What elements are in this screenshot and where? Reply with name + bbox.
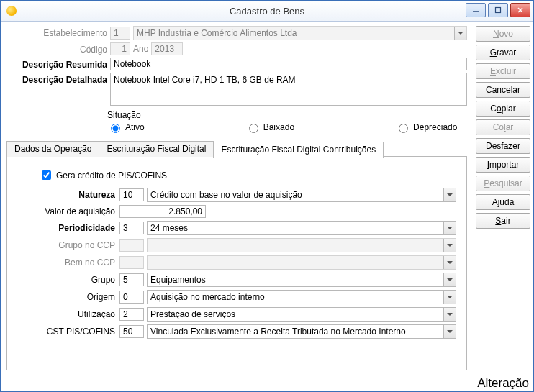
maximize-button[interactable] (488, 3, 508, 17)
radio-baixado-label: Baixado (263, 122, 294, 132)
tab-efd[interactable]: Escrituração Fiscal Digital (99, 141, 214, 157)
periodicidade-code[interactable] (119, 222, 144, 234)
situacao-group: Situação Ativo Baixado Depreciado (107, 110, 467, 133)
radio-ativo-input[interactable] (111, 124, 120, 133)
svg-rect-1 (496, 8, 501, 13)
bem-ccp-combo (147, 255, 456, 270)
gera-credito-label: Gera crédito de PIS/COFINS (56, 170, 167, 181)
novo-button: Novo (476, 26, 530, 42)
periodicidade-text: 24 meses (148, 222, 443, 234)
desc-detalhada-label: Descrição Detalhada (6, 73, 107, 85)
codigo-label: Código (6, 42, 107, 55)
chevron-down-icon (454, 27, 466, 40)
window-title: Cadastro de Bens (1, 6, 533, 17)
desc-detalhada-field[interactable] (110, 73, 467, 106)
radio-baixado[interactable]: Baixado (245, 122, 294, 133)
bem-ccp-text (148, 256, 443, 269)
bem-ccp-label: Bem no CCP (17, 257, 117, 268)
estabelecimento-code (110, 27, 130, 40)
origem-label: Origem (17, 292, 117, 302)
chevron-down-icon[interactable] (443, 291, 456, 304)
grupo-code[interactable] (119, 273, 144, 286)
grupo-text: Equipamentos (148, 273, 443, 286)
natureza-text: Crédito com base no valor de aquisição (148, 188, 443, 201)
tab-dados-operacao[interactable]: Dados da Operação (6, 141, 99, 157)
origem-code[interactable] (119, 291, 144, 304)
status-mode: Alteração (477, 376, 529, 391)
utilizacao-text: Prestação de serviços (148, 308, 443, 321)
copiar-button[interactable]: Copiar (476, 101, 530, 117)
ajuda-button[interactable]: Ajuda (476, 194, 530, 210)
valor-label: Valor de aquisição (17, 206, 117, 216)
codigo-field (110, 42, 130, 55)
window-body: Estabelecimento MHP Industria e Comércio… (1, 22, 533, 375)
action-sidebar: Novo Gravar Excluir Cancelar Copiar Cola… (473, 22, 533, 375)
radio-baixado-input[interactable] (249, 124, 258, 133)
chevron-down-icon[interactable] (443, 188, 456, 201)
radio-ativo-label: Ativo (125, 122, 145, 132)
tab-bar: Dados da Operação Escrituração Fiscal Di… (6, 141, 383, 157)
estabelecimento-name: MHP Industria e Comércio Alimentos Ltda (134, 27, 454, 40)
excluir-button: Excluir (476, 63, 530, 79)
utilizacao-label: Utilização (17, 309, 117, 319)
colar-button: Colar (476, 119, 530, 135)
desfazer-button[interactable]: Desfazer (476, 138, 530, 154)
main-panel: Estabelecimento MHP Industria e Comércio… (1, 22, 473, 375)
tab-container: Dados da Operação Escrituração Fiscal Di… (6, 156, 467, 370)
cancelar-button[interactable]: Cancelar (476, 82, 530, 98)
grupo-combo[interactable]: Equipamentos (147, 273, 456, 287)
utilizacao-code[interactable] (119, 308, 144, 321)
estabelecimento-label: Estabelecimento (6, 26, 107, 38)
cst-label: CST PIS/COFINS (17, 327, 117, 337)
natureza-combo[interactable]: Crédito com base no valor de aquisição (147, 188, 456, 202)
ano-field (151, 42, 183, 55)
pesquisar-button: Pesquisar (476, 176, 530, 191)
status-bar: Alteração (1, 375, 533, 391)
window-controls (466, 3, 530, 17)
desc-resumida-field[interactable] (110, 58, 467, 70)
radio-ativo[interactable]: Ativo (107, 122, 145, 133)
natureza-code[interactable] (119, 188, 144, 201)
close-button[interactable] (510, 3, 530, 17)
tab-panel-efdc: Gera crédito de PIS/COFINS Natureza Créd… (7, 157, 466, 370)
periodicidade-label: Periodicidade (17, 223, 117, 233)
gravar-button[interactable]: Gravar (476, 45, 530, 60)
radio-depreciado-label: Depreciado (413, 122, 457, 132)
sair-button[interactable]: Sair (476, 213, 530, 229)
radio-depreciado[interactable]: Depreciado (395, 122, 457, 133)
efdc-form: Natureza Crédito com base no valor de aq… (17, 188, 456, 339)
origem-combo[interactable]: Aquisição no mercado interno (147, 290, 456, 304)
window-frame: Cadastro de Bens Estabelecimento MHP (0, 0, 534, 392)
grupo-ccp-label: Grupo no CCP (17, 240, 117, 250)
estabelecimento-combo: MHP Industria e Comércio Alimentos Ltda (133, 26, 467, 40)
minimize-button[interactable] (466, 3, 486, 17)
grupo-ccp-combo (147, 238, 456, 252)
periodicidade-combo[interactable]: 24 meses (147, 221, 456, 235)
ano-label: Ano (133, 44, 148, 54)
cst-combo[interactable]: Vinculada Exclusivamente a Receita Tribu… (147, 324, 456, 339)
situacao-legend: Situação (107, 110, 141, 120)
valor-field[interactable] (119, 205, 206, 218)
header-form: Estabelecimento MHP Industria e Comércio… (6, 26, 467, 106)
utilizacao-combo[interactable]: Prestação de serviços (147, 307, 456, 322)
origem-text: Aquisição no mercado interno (148, 291, 443, 304)
chevron-down-icon (443, 239, 456, 252)
grupo-label: Grupo (17, 275, 117, 285)
titlebar: Cadastro de Bens (1, 1, 533, 22)
chevron-down-icon[interactable] (443, 308, 456, 321)
chevron-down-icon[interactable] (443, 273, 456, 286)
natureza-label: Natureza (17, 190, 117, 200)
radio-depreciado-input[interactable] (399, 124, 408, 133)
grupo-ccp-code (119, 239, 144, 252)
gera-credito-checkbox[interactable] (42, 170, 51, 180)
app-icon (6, 6, 17, 16)
bem-ccp-code (119, 256, 144, 269)
cst-code[interactable] (119, 325, 144, 338)
chevron-down-icon (443, 256, 456, 269)
grupo-ccp-text (148, 239, 443, 252)
importar-button[interactable]: Importar (476, 157, 530, 173)
chevron-down-icon[interactable] (443, 325, 456, 338)
tab-efd-contribuicoes[interactable]: Escrituração Fiscal Digital Contribuiçõe… (213, 142, 384, 158)
chevron-down-icon[interactable] (443, 222, 456, 234)
desc-resumida-label: Descrição Resumida (6, 58, 107, 70)
